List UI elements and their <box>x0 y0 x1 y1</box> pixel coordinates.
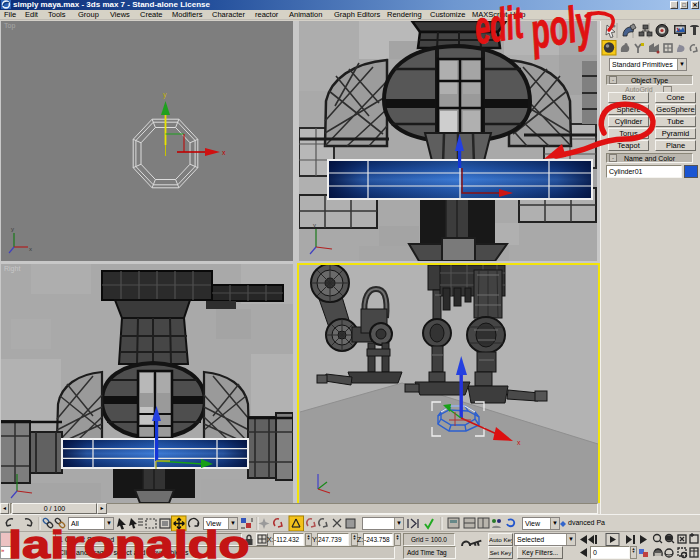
svg-text:x: x <box>29 246 32 252</box>
svg-text:y: y <box>313 222 316 228</box>
svg-text:x: x <box>222 149 226 156</box>
svg-text:y: y <box>11 226 14 232</box>
svg-text:x: x <box>517 439 521 446</box>
svg-text:y: y <box>163 91 167 99</box>
